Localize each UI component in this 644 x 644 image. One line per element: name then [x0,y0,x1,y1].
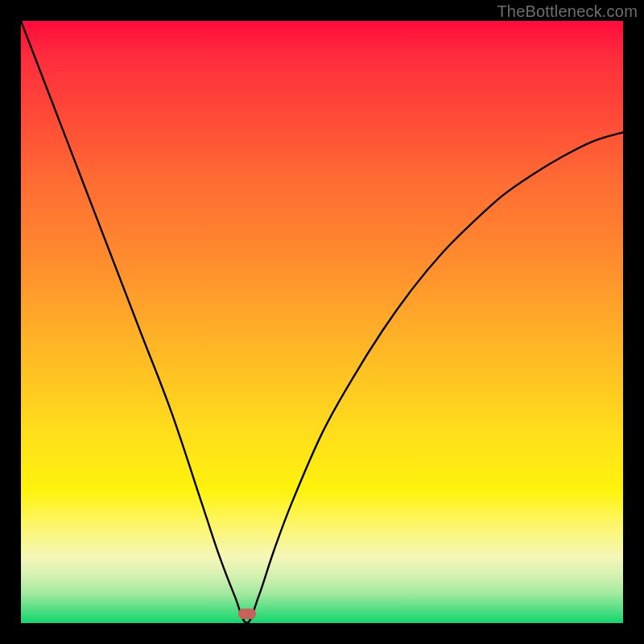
optimal-point-marker [238,609,256,619]
watermark-text: TheBottleneck.com [497,2,638,21]
chart-curve-svg [21,21,623,623]
chart-plot-area [21,21,623,623]
bottleneck-curve [21,21,623,623]
chart-stage: TheBottleneck.com [0,0,644,644]
